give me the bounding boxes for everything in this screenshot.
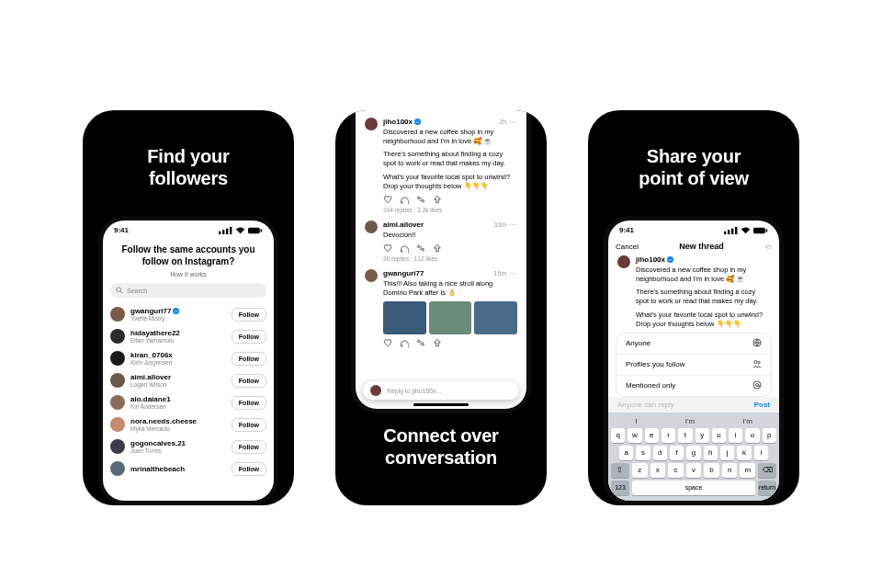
new-thread-header: Cancel New thread 45 bbox=[608, 237, 779, 255]
post[interactable]: jiho100x 2h ···Discovered a new coffee s… bbox=[365, 118, 517, 213]
follow-button[interactable]: Follow bbox=[232, 374, 266, 388]
key[interactable]: 123 bbox=[611, 481, 629, 495]
share-icon[interactable] bbox=[433, 195, 442, 204]
account-row[interactable]: nora.needs.cheeseMyka MercadoFollow bbox=[110, 413, 266, 435]
reply-input[interactable]: Reply to jiho100x... bbox=[363, 381, 519, 400]
emoji-icon[interactable] bbox=[624, 500, 633, 505]
reply-option[interactable]: Profiles you follow bbox=[616, 354, 771, 375]
account-row[interactable]: kiran_0706xKirin JorgensenFollow bbox=[110, 347, 266, 369]
like-icon[interactable] bbox=[383, 243, 392, 253]
username: nora.needs.cheese bbox=[130, 417, 226, 425]
account-row[interactable]: gogoncalves.21Juan TorresFollow bbox=[110, 435, 266, 458]
share-icon[interactable] bbox=[433, 338, 442, 347]
keyboard[interactable]: II'mI'm qwertyuiop asdfghjkl ⇧zxcvbnm⌫ 1… bbox=[608, 413, 779, 505]
reply-option[interactable]: Anyone bbox=[616, 334, 771, 354]
compose-area[interactable]: jiho100x Discovered a new coffee shop in… bbox=[608, 255, 779, 329]
cancel-button[interactable]: Cancel bbox=[616, 243, 639, 251]
reply-scope[interactable]: Anyone can reply bbox=[617, 401, 674, 409]
key[interactable]: x bbox=[650, 463, 666, 478]
post[interactable]: gwanguri7715m ···This!!! Also taking a n… bbox=[365, 269, 517, 347]
key[interactable]: y bbox=[695, 428, 709, 443]
more-icon[interactable]: ··· bbox=[509, 119, 517, 125]
search-icon bbox=[116, 287, 123, 294]
key[interactable]: e bbox=[645, 428, 659, 443]
key[interactable]: d bbox=[653, 446, 667, 460]
follow-button[interactable]: Follow bbox=[232, 418, 266, 432]
account-row[interactable]: mrinalthebeachFollow bbox=[110, 458, 266, 480]
fullname: Kiri Andersen bbox=[130, 403, 226, 410]
key[interactable]: a bbox=[619, 446, 633, 460]
how-it-works-link[interactable]: How it works bbox=[103, 271, 274, 277]
like-icon[interactable] bbox=[383, 195, 392, 204]
key[interactable]: b bbox=[704, 463, 719, 478]
search-input[interactable]: Search bbox=[110, 283, 266, 298]
key[interactable]: n bbox=[722, 463, 738, 478]
suggestion[interactable]: I'm bbox=[742, 417, 752, 425]
suggestion[interactable]: I'm bbox=[685, 417, 695, 425]
username: gwanguri77 bbox=[130, 307, 226, 315]
reply-icon[interactable] bbox=[400, 243, 409, 253]
reply-option-label: Mentioned only bbox=[626, 381, 675, 390]
key[interactable]: s bbox=[636, 446, 650, 460]
account-row[interactable]: alo.daiane1Kiri AndersenFollow bbox=[110, 391, 266, 413]
account-row[interactable]: hidayathere22Eitan YamamotoFollow bbox=[110, 325, 266, 347]
key[interactable]: ⇧ bbox=[611, 463, 629, 478]
key[interactable]: u bbox=[712, 428, 726, 443]
mic-icon[interactable] bbox=[754, 500, 763, 505]
repost-icon[interactable] bbox=[416, 338, 425, 347]
suggestion[interactable]: I bbox=[635, 417, 637, 425]
follow-button[interactable]: Follow bbox=[232, 352, 266, 366]
keyboard-suggestions[interactable]: II'mI'm bbox=[611, 415, 776, 428]
account-row[interactable]: gwanguri77 Yvette MistryFollow bbox=[110, 303, 266, 325]
repost-icon[interactable] bbox=[416, 195, 425, 204]
post-images[interactable] bbox=[383, 301, 517, 334]
key[interactable]: return bbox=[758, 481, 776, 495]
key[interactable]: g bbox=[686, 446, 700, 460]
key[interactable]: t bbox=[678, 428, 692, 443]
svg-rect-25 bbox=[758, 501, 761, 505]
panel3-title: Share yourpoint of view bbox=[588, 145, 799, 189]
post-actions bbox=[383, 338, 517, 347]
account-row[interactable]: aimi.alloverLogan WilsonFollow bbox=[110, 369, 266, 391]
post-time: 2h ··· bbox=[499, 119, 517, 125]
key[interactable]: r bbox=[662, 428, 675, 443]
key[interactable]: h bbox=[704, 446, 718, 460]
key[interactable]: q bbox=[611, 428, 625, 443]
post-user[interactable]: aimi.allover bbox=[383, 220, 424, 229]
follow-button[interactable]: Follow bbox=[232, 330, 266, 344]
share-icon[interactable] bbox=[433, 243, 442, 253]
follow-button[interactable]: Follow bbox=[232, 308, 266, 322]
status-bar: 9:41 bbox=[103, 220, 274, 237]
reply-option[interactable]: Mentioned only bbox=[616, 375, 771, 396]
key[interactable]: z bbox=[632, 463, 648, 478]
key[interactable]: ⌫ bbox=[758, 463, 776, 478]
avatar bbox=[365, 118, 378, 130]
reply-icon[interactable] bbox=[400, 338, 409, 347]
key[interactable]: space bbox=[632, 481, 755, 495]
account-names: mrinalthebeach bbox=[130, 465, 226, 473]
follow-button[interactable]: Follow bbox=[232, 440, 266, 454]
account-names: hidayathere22Eitan Yamamoto bbox=[130, 329, 226, 344]
key[interactable]: l bbox=[754, 446, 768, 460]
key[interactable]: k bbox=[737, 446, 751, 460]
key[interactable]: i bbox=[729, 428, 742, 443]
more-icon[interactable]: ··· bbox=[509, 221, 517, 228]
key[interactable]: c bbox=[668, 463, 684, 478]
key[interactable]: j bbox=[720, 446, 734, 460]
key[interactable]: p bbox=[763, 428, 776, 443]
follow-button[interactable]: Follow bbox=[232, 396, 266, 410]
post-user[interactable]: gwanguri77 bbox=[383, 269, 424, 277]
repost-icon[interactable] bbox=[416, 243, 425, 253]
key[interactable]: f bbox=[670, 446, 684, 460]
key[interactable]: m bbox=[740, 463, 755, 478]
reply-icon[interactable] bbox=[400, 195, 409, 204]
post-user[interactable]: jiho100x bbox=[383, 118, 421, 126]
key[interactable]: o bbox=[745, 428, 759, 443]
key[interactable]: v bbox=[686, 463, 702, 478]
post-button[interactable]: Post bbox=[754, 401, 770, 409]
like-icon[interactable] bbox=[383, 338, 392, 347]
follow-button[interactable]: Follow bbox=[232, 462, 266, 476]
more-icon[interactable]: ··· bbox=[509, 270, 517, 277]
post[interactable]: aimi.allover33m ···Devoción!!26 replies … bbox=[365, 220, 517, 262]
key[interactable]: w bbox=[628, 428, 641, 443]
